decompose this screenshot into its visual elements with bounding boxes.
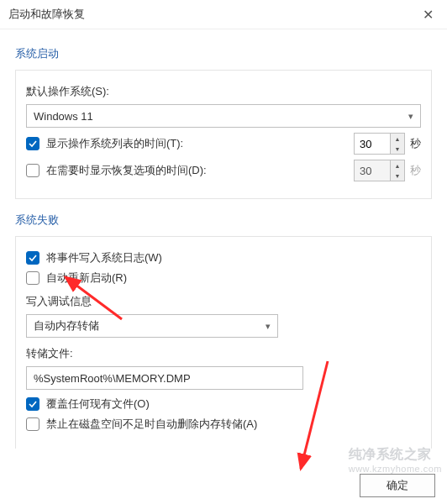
title-bar: 启动和故障恢复 ✕ [0, 0, 447, 29]
spinner-up-button[interactable]: ▲ [391, 134, 404, 144]
row-default-os-label: 默认操作系统(S): [26, 84, 421, 99]
checkbox-write-event[interactable] [26, 251, 39, 265]
group-system-failure: 将事件写入系统日志(W) 自动重新启动(R) 写入调试信息 自动内存转储 ▾ 转… [15, 236, 432, 449]
group-label-system-failure: 系统失败 [15, 213, 432, 228]
row-auto-restart: 自动重新启动(R) [26, 270, 421, 286]
check-icon [29, 254, 37, 262]
row-default-os-select: Windows 11 ▾ [26, 104, 421, 128]
spinner-arrows: ▲ ▼ [390, 134, 404, 154]
check-icon [29, 400, 37, 408]
row-dump-type: 自动内存转储 ▾ [26, 314, 421, 338]
group-system-startup: 默认操作系统(S): Windows 11 ▾ 显示操作系统列表的时间(T): … [15, 70, 432, 199]
checkbox-overwrite[interactable] [26, 397, 39, 411]
dump-file-value: %SystemRoot%\MEMORY.DMP [34, 372, 191, 385]
row-show-os-list: 显示操作系统列表的时间(T): ▲ ▼ 秒 [26, 133, 421, 155]
default-os-select[interactable]: Windows 11 ▾ [26, 104, 421, 128]
watermark: 纯净系统之家 www.kzmyhome.com [349, 446, 442, 474]
checkbox-show-os-list[interactable] [26, 137, 39, 150]
spinner-up-button: ▲ [391, 160, 404, 171]
spinner-os-list-seconds[interactable]: ▲ ▼ [354, 133, 405, 155]
watermark-url: www.kzmyhome.com [349, 464, 442, 474]
seconds-unit: 秒 [410, 163, 421, 178]
recovery-seconds-input [355, 160, 390, 181]
debug-info-label: 写入调试信息 [26, 294, 92, 309]
disable-low-space-label: 禁止在磁盘空间不足时自动删除内存转储(A) [46, 417, 257, 432]
spinner-down-button[interactable]: ▼ [391, 144, 404, 154]
chevron-down-icon: ▾ [408, 111, 413, 122]
show-os-list-label: 显示操作系统列表的时间(T): [46, 136, 183, 151]
checkbox-auto-restart[interactable] [26, 271, 39, 285]
checkbox-show-recovery[interactable] [26, 164, 39, 177]
spinner-wrap-os-list: ▲ ▼ 秒 [354, 133, 421, 155]
row-disable-low-space: 禁止在磁盘空间不足时自动删除内存转储(A) [26, 417, 421, 432]
seconds-unit: 秒 [410, 136, 421, 151]
row-dump-file: %SystemRoot%\MEMORY.DMP [26, 366, 421, 390]
window-title: 启动和故障恢复 [8, 7, 85, 22]
checkbox-disable-low-space[interactable] [26, 417, 39, 431]
close-icon: ✕ [423, 7, 434, 23]
overwrite-label: 覆盖任何现有文件(O) [46, 396, 150, 412]
row-write-event: 将事件写入系统日志(W) [26, 250, 421, 265]
dump-type-select[interactable]: 自动内存转储 ▾ [26, 314, 278, 338]
row-show-recovery: 在需要时显示恢复选项的时间(D): ▲ ▼ 秒 [26, 160, 421, 181]
default-os-value: Windows 11 [34, 110, 93, 123]
row-overwrite: 覆盖任何现有文件(O) [26, 396, 421, 412]
os-list-seconds-input[interactable] [355, 134, 390, 154]
row-debug-info-label: 写入调试信息 [26, 294, 421, 309]
ok-button[interactable]: 确定 [360, 474, 435, 497]
dialog-footer: 确定 [360, 474, 435, 497]
write-event-label: 将事件写入系统日志(W) [46, 250, 162, 265]
check-icon [29, 139, 37, 148]
dump-file-input[interactable]: %SystemRoot%\MEMORY.DMP [26, 366, 303, 390]
chevron-down-icon: ▾ [266, 321, 271, 332]
dump-type-value: 自动内存转储 [34, 318, 99, 333]
dump-file-label: 转储文件: [26, 346, 73, 361]
row-dump-file-label: 转储文件: [26, 346, 421, 361]
group-label-system-startup: 系统启动 [15, 46, 432, 61]
show-recovery-label: 在需要时显示恢复选项的时间(D): [46, 163, 207, 178]
dialog-body: 系统启动 默认操作系统(S): Windows 11 ▾ 显示操作系统列表的时间… [0, 29, 447, 470]
spinner-arrows: ▲ ▼ [390, 160, 404, 181]
spinner-down-button: ▼ [391, 171, 404, 181]
watermark-text: 纯净系统之家 [349, 447, 432, 461]
ok-button-label: 确定 [387, 478, 408, 493]
spinner-wrap-recovery: ▲ ▼ 秒 [354, 160, 421, 181]
close-button[interactable]: ✕ [415, 5, 440, 24]
default-os-label: 默认操作系统(S): [26, 84, 109, 99]
spinner-recovery-seconds: ▲ ▼ [354, 160, 405, 181]
auto-restart-label: 自动重新启动(R) [46, 270, 127, 286]
